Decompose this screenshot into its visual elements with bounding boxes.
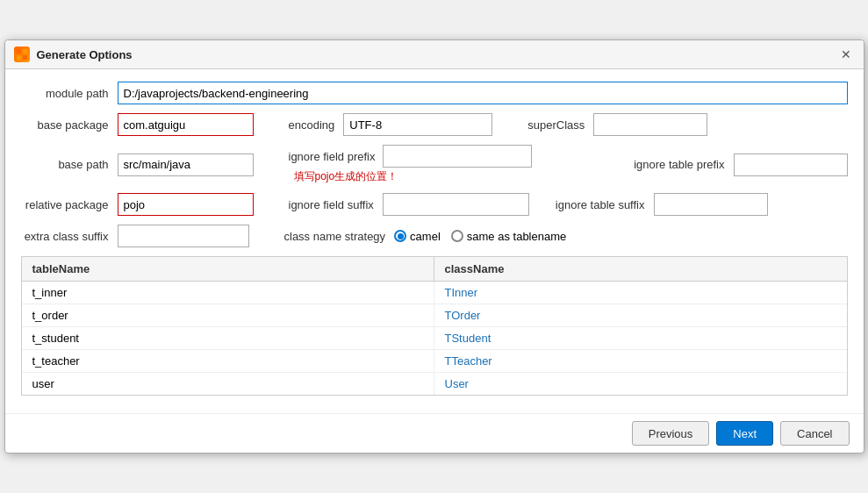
ignore-table-suffix-label: ignore table suffix xyxy=(556,198,645,211)
tablename-cell: t_order xyxy=(22,304,434,326)
module-path-label: module path xyxy=(21,87,109,100)
hint-text: 填写pojo生成的位置！ xyxy=(294,170,398,182)
ignore-table-prefix-input[interactable] xyxy=(734,154,848,176)
classname-cell: TStudent xyxy=(434,327,847,349)
encoding-input[interactable] xyxy=(343,113,492,136)
row-extra-class: extra class suffix class name strategy c… xyxy=(21,225,848,247)
module-path-row: module path xyxy=(21,82,848,104)
title-bar-left: Generate Options xyxy=(14,46,133,62)
class-table: tableName className t_innerTInnert_order… xyxy=(21,256,848,396)
svg-rect-1 xyxy=(23,49,27,54)
table-row: t_studentTStudent xyxy=(22,327,847,350)
tablename-cell: t_teacher xyxy=(22,350,434,372)
table-row: userUser xyxy=(22,373,847,395)
classname-cell: User xyxy=(434,373,847,395)
app-icon xyxy=(14,46,30,62)
classname-column-header: className xyxy=(434,257,847,281)
same-as-tablename-option[interactable]: same as tablename xyxy=(451,230,566,243)
class-name-strategy-label: class name strategy xyxy=(284,230,386,243)
ignore-field-suffix-input[interactable] xyxy=(383,193,529,216)
table-header: tableName className xyxy=(22,257,847,282)
table-row: t_innerTInner xyxy=(22,282,847,304)
tablename-cell: t_student xyxy=(22,327,434,349)
cancel-button[interactable]: Cancel xyxy=(780,421,849,446)
title-bar: Generate Options ✕ xyxy=(5,40,864,69)
base-package-input[interactable] xyxy=(118,113,254,136)
ignore-field-suffix-label: ignore field suffix xyxy=(289,198,374,211)
tablename-cell: t_inner xyxy=(22,282,434,304)
base-path-input[interactable] xyxy=(118,154,254,176)
relative-package-label: relative package xyxy=(21,198,109,211)
classname-cell: TTeacher xyxy=(434,350,847,372)
dialog-title: Generate Options xyxy=(37,48,133,61)
svg-rect-2 xyxy=(17,55,21,60)
svg-rect-3 xyxy=(23,55,27,60)
extra-class-suffix-input[interactable] xyxy=(118,225,249,247)
table-row: t_teacherTTeacher xyxy=(22,350,847,373)
superclass-label: superClass xyxy=(527,118,585,132)
dialog-footer: Previous Next Cancel xyxy=(5,413,864,453)
close-button[interactable]: ✕ xyxy=(837,46,855,63)
base-path-label: base path xyxy=(21,158,109,171)
row-base-package: base package encoding superClass xyxy=(21,113,848,136)
generate-options-dialog: Generate Options ✕ module path base pack… xyxy=(4,39,864,454)
camel-label: camel xyxy=(410,230,441,243)
row-relative-package: relative package ignore field suffix ign… xyxy=(21,193,848,216)
ignore-table-suffix-input[interactable] xyxy=(654,193,768,216)
classname-cell: TInner xyxy=(434,282,847,304)
same-as-tablename-radio[interactable] xyxy=(451,230,463,242)
camel-option[interactable]: camel xyxy=(394,230,441,243)
superclass-input[interactable] xyxy=(593,113,707,136)
same-as-tablename-label: same as tablename xyxy=(467,230,566,243)
tablename-column-header: tableName xyxy=(22,257,434,281)
tablename-cell: user xyxy=(22,373,434,395)
next-button[interactable]: Next xyxy=(716,421,773,446)
dialog-content: module path base package encoding superC… xyxy=(5,69,864,413)
svg-rect-0 xyxy=(17,49,21,54)
ignore-table-prefix-label: ignore table prefix xyxy=(634,158,724,171)
table-row: t_orderTOrder xyxy=(22,304,847,327)
classname-cell: TOrder xyxy=(434,304,847,326)
previous-button[interactable]: Previous xyxy=(632,421,710,446)
relative-package-input[interactable] xyxy=(118,193,254,216)
ignore-field-prefix-input[interactable] xyxy=(383,145,532,168)
row-base-path: base path ignore field prefix 填写pojo生成的位… xyxy=(21,145,848,184)
table-body: t_innerTInnert_orderTOrdert_studentTStud… xyxy=(22,282,847,395)
encoding-label: encoding xyxy=(289,118,335,132)
extra-class-suffix-label: extra class suffix xyxy=(21,230,109,243)
ignore-field-prefix-label: ignore field prefix xyxy=(289,150,376,163)
class-name-strategy-group: camel same as tablename xyxy=(394,230,566,243)
camel-radio[interactable] xyxy=(394,230,406,242)
module-path-input[interactable] xyxy=(118,82,848,104)
base-package-label: base package xyxy=(21,118,109,132)
